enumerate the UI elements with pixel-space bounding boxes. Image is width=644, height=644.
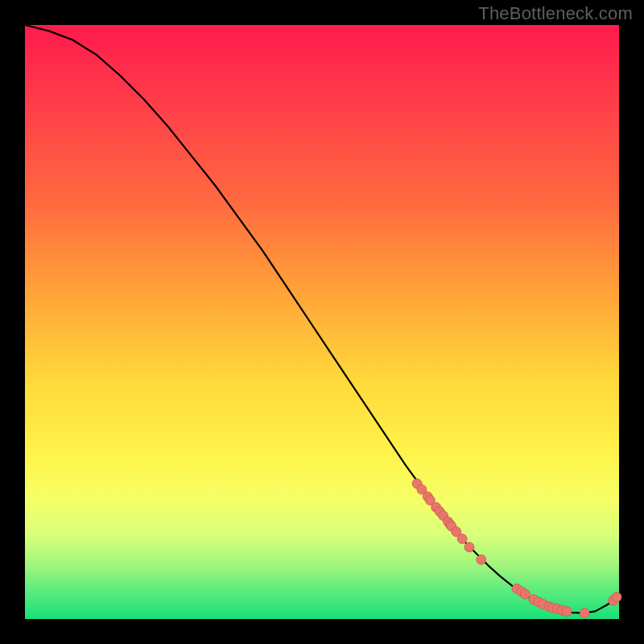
watermark-text: TheBottleneck.com [478,3,633,24]
scatter-dot [477,555,486,564]
scatter-dot [612,592,621,602]
chart-svg [25,25,619,619]
plot-area [25,25,619,619]
scatter-dot [457,534,467,543]
scatter-group [412,479,621,618]
scatter-dot [562,606,572,616]
scatter-dot [580,609,589,618]
scatter-dot [464,543,474,552]
chart-frame: TheBottleneck.com [0,0,644,644]
bottleneck-curve-path [25,25,619,613]
scatter-dot [520,589,530,599]
